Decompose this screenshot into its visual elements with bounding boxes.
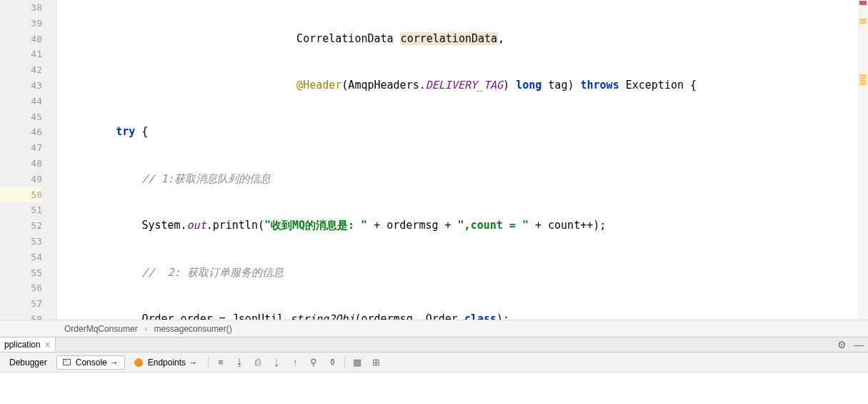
clear-icon[interactable]: ⭭ <box>269 355 284 370</box>
breadcrumb[interactable]: OrderMqConsumer › messageconsumer() <box>0 320 868 337</box>
error-stripe[interactable] <box>858 0 868 320</box>
warning-mark[interactable] <box>859 19 867 21</box>
endpoints-tab[interactable]: Endpoints → <box>128 355 204 370</box>
filter-icon[interactable]: ⚲ <box>306 355 321 370</box>
line-57: 57▾ <box>0 296 42 312</box>
code-line: @Header(AmqpHeaders.DELIVERY_TAG) long t… <box>64 78 868 94</box>
line-43: 43 <box>0 78 42 94</box>
debug-toolbar: Debugger Console → Endpoints → ≡ ⭳ ⎙ ⭭ ↑… <box>0 353 868 373</box>
code-line: // 2: 获取订单服务的信息 <box>64 265 868 281</box>
code-line: System.out.println("收到MQ的消息是: " + orderm… <box>64 218 868 234</box>
divider <box>344 356 345 369</box>
code-line: try { <box>64 124 868 140</box>
line-58: 58 <box>0 312 42 320</box>
warning-mark[interactable] <box>859 77 867 79</box>
line-39: 39 <box>0 16 42 31</box>
minimize-icon[interactable]: — <box>854 339 864 350</box>
settings-icon[interactable]: ⊞ <box>368 355 384 370</box>
line-47: 47 <box>0 140 42 156</box>
line-41: 41 <box>0 46 42 62</box>
console-output[interactable]: at org.springframework.retry.interceptor… <box>0 373 868 404</box>
warning-mark[interactable] <box>859 83 867 85</box>
line-52: 52▾ <box>0 218 42 234</box>
line-48: 48 <box>0 156 42 172</box>
filter2-icon[interactable]: ⚱ <box>324 355 340 370</box>
line-54: 54 <box>0 250 42 265</box>
line-56: 56 <box>0 280 42 296</box>
warning-mark[interactable] <box>859 74 867 77</box>
line-53: 53 <box>0 234 42 250</box>
line-45: 45 <box>0 109 42 125</box>
console-tab[interactable]: Console → <box>56 355 125 370</box>
divider <box>208 356 209 369</box>
line-55: 55 <box>0 265 42 281</box>
warning-mark[interactable] <box>859 80 867 82</box>
line-46: 46 <box>0 124 42 140</box>
run-config-tab[interactable]: pplication ✕ <box>0 338 56 352</box>
breadcrumb-separator: › <box>144 324 147 334</box>
debugger-tab[interactable]: Debugger <box>3 355 54 370</box>
close-icon[interactable]: ✕ <box>44 340 51 350</box>
fold-icon[interactable]: ▾ <box>34 221 41 228</box>
breadcrumb-method[interactable]: messageconsumer() <box>154 324 231 334</box>
scroll-to-end-icon[interactable]: ⭳ <box>231 355 247 370</box>
code-content[interactable]: CorrelationData correlationData, @Header… <box>57 0 868 320</box>
up-icon[interactable]: ↑ <box>287 355 303 370</box>
code-editor[interactable]: 38 39 40▾ 41 42 43 44 45 46 47 48 49 50 … <box>0 0 868 320</box>
line-42: 42 <box>0 62 42 78</box>
line-38: 38 <box>0 0 42 16</box>
console-icon <box>63 359 71 365</box>
tab-label: pplication <box>4 340 41 350</box>
line-50: 50 <box>0 187 42 203</box>
layout-icon[interactable]: ▦ <box>349 355 365 370</box>
breadcrumb-class[interactable]: OrderMqConsumer <box>64 324 138 334</box>
line-49: 49 <box>0 172 42 187</box>
run-tab-bar: pplication ✕ ⚙ — <box>0 337 868 353</box>
code-line: CorrelationData correlationData, <box>64 31 868 47</box>
fold-icon[interactable]: ▾ <box>34 34 41 41</box>
line-gutter: 38 39 40▾ 41 42 43 44 45 46 47 48 49 50 … <box>0 0 57 320</box>
code-line: Order order = JsonUtil.string2Obj(orderm… <box>64 312 868 320</box>
fold-icon[interactable]: ▾ <box>34 299 41 306</box>
toggle-soft-wrap-icon[interactable]: ≡ <box>213 355 229 370</box>
line-44: 44 <box>0 94 42 109</box>
endpoints-icon <box>134 358 143 367</box>
line-40: 40▾ <box>0 31 42 47</box>
print-icon[interactable]: ⎙ <box>250 355 266 370</box>
line-51: 51 <box>0 202 42 218</box>
gear-icon[interactable]: ⚙ <box>837 339 847 350</box>
code-line: // 1:获取消息队列的信息 <box>64 172 868 187</box>
